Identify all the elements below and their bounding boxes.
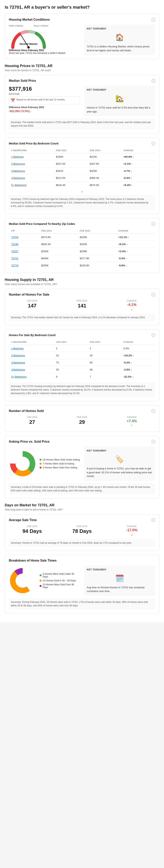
median-price-title: Median Sold Price xyxy=(9,79,36,83)
cell-feb2023: $512.5K xyxy=(54,175,87,182)
cell-jan: 9 xyxy=(54,373,87,380)
price-diff-value: -$22,083 (-5.5%) ↓ xyxy=(9,110,80,113)
nearby-zip-title: Median Sold Price Compared To Nearby Zip… xyxy=(9,222,75,225)
cell-feb2024: $420K xyxy=(77,234,116,241)
bedroom-supply-info-icon[interactable]: i xyxy=(152,333,155,337)
breakdown-donut-chart xyxy=(9,567,36,594)
asking-vs-sold-title: Asking Price vs. Sold Price xyxy=(9,440,49,443)
table-row: 5+ Bedrooms $616.4K $674.5K +9.4% ↑ xyxy=(9,182,155,189)
stat-feb2024-days: FEB 2024 78 Days xyxy=(59,525,105,537)
nearby-zip-table: ZIP FEB 2023 FEB 2024 CHANGE 72703 $374.… xyxy=(9,228,155,269)
nearby-zip-section: Median Sold Price Compared To Nearby Zip… xyxy=(5,218,159,273)
stat-change: CHANGE -4.1% ↓ xyxy=(108,300,155,311)
market-key-takeaway: Key Takeaway 🏠 72701 is a Sellers Housin… xyxy=(84,25,155,55)
cell-change: +8.2% ↑ xyxy=(116,241,155,248)
dom-section-sub: How long does it take to sell a home in … xyxy=(5,508,159,511)
stat-change-sold: CHANGE +7.4% ↑ xyxy=(108,416,155,428)
cell-change: +65.8% ↑ xyxy=(121,153,155,160)
table-row: 3 Bedrooms $341K $325K -4.7% ↓ xyxy=(9,167,155,175)
cell-jan: 22 xyxy=(54,352,87,359)
cell-bedrooms[interactable]: 4 Bedrooms xyxy=(9,366,54,373)
cell-feb2023: $300.3K xyxy=(39,241,77,248)
clock-house-icon: 🗓️ xyxy=(87,574,153,582)
cell-bedrooms[interactable]: 5+ Bedrooms xyxy=(9,182,54,189)
market-difference-label: Difference Since February 2023 Since las… xyxy=(9,49,80,55)
col-zip: ZIP xyxy=(9,228,39,234)
cell-feb2023: $616.4K xyxy=(54,182,87,189)
stat-change-days: CHANGE -17.0% ↓ xyxy=(108,525,155,537)
sale-times-title: Breakdown of Home Sale Times xyxy=(9,559,56,562)
cell-change: -9.8% ↓ xyxy=(116,262,155,269)
cell-bedrooms[interactable]: 1 Bedroom xyxy=(9,153,54,160)
cell-feb: 7 xyxy=(87,373,121,380)
cell-change: +12.1% ↑ xyxy=(116,234,155,241)
avg-sale-time-info-icon[interactable]: i xyxy=(152,518,155,522)
legend-at-asking: 7 Homes Were Sold At Asking xyxy=(39,462,80,465)
svg-point-1 xyxy=(27,46,30,49)
svg-line-0 xyxy=(21,35,29,48)
page-title: Is 72701, AR a buyer's or seller's marke… xyxy=(5,5,159,10)
prices-takeaway-text: Homes in 72701 have sold for 5.5% less t… xyxy=(87,106,153,114)
breakdown-takeaway-text: Avg time on Rocket Homes in 72701 has re… xyxy=(87,586,153,593)
bedroom-price-info-icon[interactable]: i xyxy=(152,142,155,145)
table-row: 5+ Bedrooms 9 7 -22.2% ↓ xyxy=(9,373,155,380)
homes-sold-info-icon[interactable]: i xyxy=(152,409,155,413)
table-row: 2 Bedrooms $327.5K $337.5K +3.1% ↑ xyxy=(9,160,155,167)
cell-bedrooms[interactable]: 2 Bedrooms xyxy=(9,160,54,167)
price-based-text: Based on all homes sold in the last 12 m… xyxy=(17,98,65,101)
cell-bedrooms[interactable]: 4 Bedrooms xyxy=(9,175,54,182)
col-feb2024: FEB 2024 xyxy=(87,148,121,153)
cell-bedrooms[interactable]: 2 Bedrooms xyxy=(9,352,54,359)
svg-point-5 xyxy=(16,457,30,471)
cell-bedrooms[interactable]: 1 Bedroom xyxy=(9,345,54,352)
table-row: 1 Bedroom 2 2 0.0% xyxy=(9,345,155,352)
cell-zip[interactable]: 72230 xyxy=(9,241,39,248)
market-conditions-info-icon[interactable]: i xyxy=(152,18,155,22)
asking-vs-sold-info-icon[interactable]: i xyxy=(152,440,155,443)
homes-sold-title: Number of Homes Sold xyxy=(9,409,44,413)
cell-feb2023: $374.6K xyxy=(39,234,77,241)
cell-zip[interactable]: 72774 xyxy=(9,262,39,269)
market-takeaway-text: 72701 is a Sellers Housing Market, which… xyxy=(87,44,153,52)
cell-feb2024: $229.9K xyxy=(77,262,116,269)
housing-supply-section-label: Housing Supply in 72701, AR xyxy=(5,278,159,282)
cell-zip[interactable]: 72701 xyxy=(9,255,39,262)
dom-section-label: Days on Market for 72701, AR xyxy=(5,503,159,507)
avg-sale-time-summary: Summary: Homes in 72701 had an average o… xyxy=(9,539,155,547)
housing-prices-section-sub: How much do homes in 72701, AR cost? xyxy=(5,69,159,72)
price-tag-icon: 🏷️ xyxy=(87,455,153,464)
cell-feb: 2 xyxy=(87,345,121,352)
table-row: 72701 $400K $377.9K -5.5% ↓ xyxy=(9,255,155,262)
cell-feb2024: $377.9K xyxy=(77,255,116,262)
homes-for-sale-summary: Summary: The 72701 real estate market ha… xyxy=(9,314,155,321)
stat-jan-sold: JAN 2024 27 xyxy=(9,416,56,428)
cell-bedrooms[interactable]: 5+ Bedrooms xyxy=(9,373,54,380)
nearby-zip-info-icon[interactable]: i xyxy=(152,222,155,226)
gauge-label: Neutral Market xyxy=(20,42,37,45)
cell-feb2024: $469.4K xyxy=(87,175,121,182)
breakdown-summary: Summary: During February 2024, 29 Homes … xyxy=(9,598,155,609)
stat-feb-sold: FEB 2024 29 xyxy=(59,416,105,428)
table-row: 1 Bedroom $190K $315K +65.8% ↑ xyxy=(9,153,155,160)
cell-bedrooms[interactable]: 3 Bedrooms xyxy=(9,167,54,175)
asking-takeaway-text: If you're buying a home in 72701, you ma… xyxy=(87,467,153,478)
svg-point-9 xyxy=(16,574,30,588)
stat-feb2024: FEB 2024 141 xyxy=(59,300,105,311)
stat-jan2024: JAN 2024 147 xyxy=(9,300,56,311)
market-takeaway-header: Key Takeaway xyxy=(87,27,153,30)
prices-summary: Summary: The median home sold price in 7… xyxy=(9,119,155,129)
cell-zip[interactable]: 72227 xyxy=(9,248,39,255)
cell-zip[interactable]: 72703 xyxy=(9,234,39,241)
market-gauge: Neutral Market xyxy=(9,28,48,48)
col-change: CHANGE xyxy=(121,339,155,345)
asking-vs-sold-section: Asking Price vs. Sold Price i 18 Home xyxy=(5,436,159,498)
market-conditions-title: Housing Market Conditions xyxy=(9,18,50,22)
cell-bedrooms[interactable]: 3 Bedrooms xyxy=(9,359,54,366)
median-price-info-icon[interactable]: i xyxy=(152,79,155,83)
show-more-button[interactable]: ∧ xyxy=(9,190,155,193)
homes-for-sale-info-icon[interactable]: i xyxy=(152,293,155,297)
bedroom-supply-title: Homes For Sale By Bedroom Count xyxy=(9,334,56,337)
table-row: 72703 $374.6K $420K +12.1% ↑ xyxy=(9,234,155,241)
price-based-info: 📅 Based on all homes sold in the last 12… xyxy=(9,96,80,104)
cell-feb2023: $250K xyxy=(39,248,77,255)
